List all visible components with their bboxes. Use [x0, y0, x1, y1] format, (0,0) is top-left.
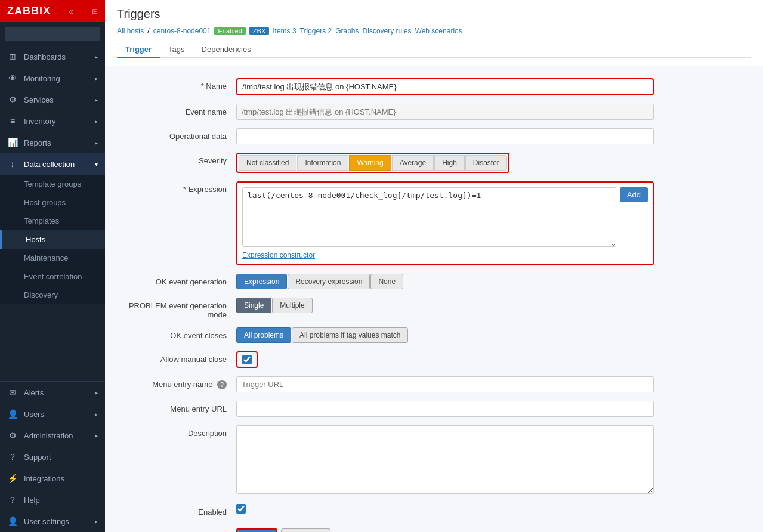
problem-single-btn[interactable]: Single: [236, 298, 271, 313]
services-icon: ⚙: [7, 95, 18, 104]
tab-trigger[interactable]: Trigger: [117, 41, 160, 58]
name-input[interactable]: [236, 78, 654, 95]
arrow-icon: ▸: [95, 97, 98, 103]
sev-high[interactable]: High: [434, 155, 465, 171]
inventory-icon: ≡: [7, 116, 18, 126]
description-label: Description: [117, 425, 236, 438]
users-icon: 👤: [7, 409, 18, 419]
problem-multiple-btn[interactable]: Multiple: [272, 298, 312, 313]
sidebar-item-label: Integrations: [24, 474, 64, 483]
sidebar-item-support[interactable]: ? Support: [0, 446, 105, 468]
sidebar-item-administration[interactable]: ⚙ Administration ▸: [0, 425, 105, 446]
ok-event-none-btn[interactable]: None: [370, 274, 403, 289]
event-name-input[interactable]: [236, 104, 654, 120]
name-row: * Name: [117, 78, 751, 95]
expression-section: last(/centos-8-node001/check_log[/tmp/te…: [236, 181, 654, 265]
breadcrumb-triggers[interactable]: Triggers 2: [300, 27, 332, 35]
sidebar-item-dashboards[interactable]: ⊞ Dashboards ▸: [0, 46, 105, 67]
ok-event-recovery-btn[interactable]: Recovery expression: [288, 274, 370, 289]
expression-add-button[interactable]: Add: [620, 187, 648, 202]
sidebar-item-monitoring[interactable]: 👁 Monitoring ▸: [0, 67, 105, 89]
administration-icon: ⚙: [7, 431, 18, 440]
description-textarea[interactable]: [236, 425, 654, 494]
allow-manual-close-row: Allow manual close: [117, 351, 751, 368]
expression-input-wrap: last(/centos-8-node001/check_log[/tmp/te…: [242, 187, 616, 249]
ok-event-closes-field: All problems All problems if tag values …: [236, 327, 654, 343]
ok-event-expression-btn[interactable]: Expression: [236, 274, 287, 289]
sidebar-sub-maintenance[interactable]: Maintenance: [0, 249, 105, 267]
sidebar-item-label: Administration: [24, 431, 73, 440]
sev-not-classified[interactable]: Not classified: [239, 155, 296, 171]
arrow-icon: ▸: [95, 411, 98, 417]
description-field: [236, 425, 654, 496]
expression-textarea[interactable]: last(/centos-8-node001/check_log[/tmp/te…: [242, 187, 616, 247]
breadcrumb-host[interactable]: centos-8-node001: [153, 27, 211, 35]
sidebar-item-user-settings[interactable]: 👤 User settings ▸: [0, 511, 105, 532]
sidebar-sub-event-correlation[interactable]: Event correlation: [0, 267, 105, 286]
sidebar-item-label: Alerts: [24, 388, 44, 397]
enabled-checkbox[interactable]: [236, 504, 246, 514]
sidebar-sub-host-groups[interactable]: Host groups: [0, 193, 105, 212]
sev-average[interactable]: Average: [392, 155, 434, 171]
sidebar-sub-discovery[interactable]: Discovery: [0, 286, 105, 304]
sidebar-item-reports[interactable]: 📊 Reports ▸: [0, 132, 105, 153]
sidebar-item-inventory[interactable]: ≡ Inventory ▸: [0, 110, 105, 132]
sidebar-item-label: Services: [24, 95, 54, 104]
content-area: Triggers All hosts / centos-8-node001 En…: [105, 0, 763, 532]
sidebar-sub-templates[interactable]: Templates: [0, 212, 105, 230]
problem-event-mode-label: PROBLEM event generation mode: [117, 298, 236, 319]
tab-tags[interactable]: Tags: [160, 41, 193, 58]
expression-constructor-link[interactable]: Expression constructor: [242, 251, 315, 259]
menu-entry-url-input[interactable]: [236, 401, 654, 417]
menu-entry-name-input[interactable]: [236, 376, 654, 392]
breadcrumb-discovery-rules[interactable]: Discovery rules: [363, 27, 412, 35]
ok-event-closes-label: OK event closes: [117, 327, 236, 340]
breadcrumb-all-hosts[interactable]: All hosts: [117, 27, 144, 35]
allow-manual-close-checkbox[interactable]: [242, 355, 252, 364]
operational-data-input[interactable]: [236, 128, 654, 144]
sidebar-item-services[interactable]: ⚙ Services ▸: [0, 89, 105, 110]
description-row: Description: [117, 425, 751, 496]
arrow-icon: ▸: [95, 389, 98, 396]
breadcrumb-items[interactable]: Items 3: [273, 27, 296, 35]
page-title: Triggers: [117, 7, 751, 21]
items-count: 3: [292, 27, 296, 35]
sev-warning[interactable]: Warning: [349, 155, 391, 171]
badge-zbx: ZBX: [249, 27, 269, 35]
sev-information[interactable]: Information: [297, 155, 348, 171]
menu-entry-url-row: Menu entry URL: [117, 401, 751, 417]
breadcrumb: All hosts / centos-8-node001 Enabled ZBX…: [117, 27, 751, 35]
expression-field: last(/centos-8-node001/check_log[/tmp/te…: [236, 181, 654, 265]
sidebar-item-users[interactable]: 👤 Users ▸: [0, 403, 105, 425]
sidebar-item-help[interactable]: ? Help: [0, 489, 105, 511]
event-name-row: Event name: [117, 104, 751, 120]
enabled-field: [236, 504, 654, 515]
expand-icon[interactable]: ⊞: [92, 7, 98, 16]
severity-field: Not classified Information Warning Avera…: [236, 153, 654, 173]
search-input[interactable]: [5, 27, 100, 41]
menu-entry-url-label: Menu entry URL: [117, 401, 236, 413]
sidebar-item-label: Help: [24, 496, 40, 505]
sidebar-item-integrations[interactable]: ⚡ Integrations: [0, 468, 105, 489]
cancel-button[interactable]: Cancel: [281, 528, 330, 532]
sidebar-item-label: Support: [24, 453, 51, 462]
sidebar-sub-template-groups[interactable]: Template groups: [0, 175, 105, 193]
expression-row: * Expression last(/centos-8-node001/chec…: [117, 181, 751, 265]
content-header: Triggers All hosts / centos-8-node001 En…: [105, 0, 763, 66]
collapse-icon[interactable]: «: [69, 7, 74, 16]
breadcrumb-web-scenarios[interactable]: Web scenarios: [415, 27, 462, 35]
sidebar-sub-hosts[interactable]: Hosts: [0, 230, 105, 249]
tab-dependencies[interactable]: Dependencies: [193, 41, 260, 58]
severity-label: Severity: [117, 153, 236, 165]
sev-disaster[interactable]: Disaster: [465, 155, 507, 171]
add-button[interactable]: Add: [236, 528, 277, 532]
ok-closes-tag-btn[interactable]: All problems if tag values match: [292, 327, 408, 343]
form-area: * Name Event name Operational data: [105, 66, 763, 532]
menu-entry-name-help-icon[interactable]: ?: [217, 380, 227, 389]
sidebar-item-data-collection[interactable]: ↓ Data collection ▾: [0, 153, 105, 175]
sidebar-item-label: Dashboards: [24, 52, 66, 61]
sidebar-item-alerts[interactable]: ✉ Alerts ▸: [0, 382, 105, 403]
ok-closes-all-btn[interactable]: All problems: [236, 327, 291, 343]
breadcrumb-graphs[interactable]: Graphs: [335, 27, 359, 35]
operational-data-label: Operational data: [117, 128, 236, 141]
